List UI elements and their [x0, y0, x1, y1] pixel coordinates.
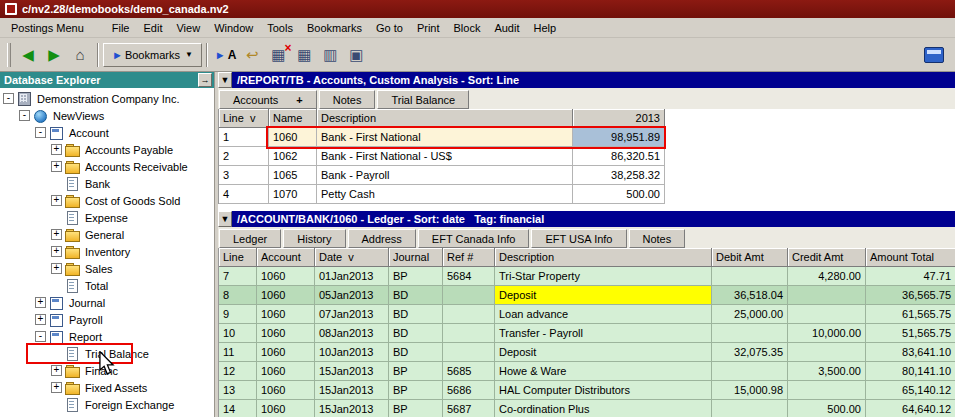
- tab[interactable]: Address: [348, 229, 416, 248]
- tree-item[interactable]: Expense: [0, 209, 214, 226]
- cell-line[interactable]: 2: [219, 147, 269, 166]
- tree-expander-icon[interactable]: +: [51, 263, 62, 274]
- tree-item[interactable]: + Sales: [0, 260, 214, 277]
- cell-account[interactable]: 1060: [257, 400, 315, 417]
- cell-ref[interactable]: 5686: [443, 381, 495, 400]
- cell-account[interactable]: 1060: [257, 381, 315, 400]
- window-icon[interactable]: [924, 47, 944, 63]
- tree-item[interactable]: + Payroll: [0, 311, 214, 328]
- cell-debit[interactable]: [712, 362, 788, 381]
- dock-arrow-button[interactable]: →: [198, 73, 212, 87]
- tab[interactable]: EFT USA Info: [531, 229, 626, 248]
- tree-expander-icon[interactable]: +: [51, 246, 62, 257]
- cell-description[interactable]: Tri-Star Property: [495, 267, 712, 286]
- cell-date[interactable]: 07Jan2013: [315, 305, 389, 324]
- home-button[interactable]: ⌂: [67, 42, 93, 68]
- cell-ref[interactable]: 5684: [443, 267, 495, 286]
- tree-expander-icon[interactable]: +: [51, 144, 62, 155]
- tree-expander-icon[interactable]: +: [51, 365, 62, 376]
- column-name[interactable]: Name: [269, 109, 317, 128]
- tree-expander-icon[interactable]: -: [35, 127, 46, 138]
- cell-line[interactable]: 12: [219, 362, 257, 381]
- cell-description[interactable]: Deposit: [495, 286, 712, 305]
- tree-item[interactable]: - Account: [0, 124, 214, 141]
- cell-debit[interactable]: [712, 400, 788, 417]
- tab[interactable]: History: [283, 229, 345, 248]
- cell-credit[interactable]: [788, 381, 866, 400]
- column-journal[interactable]: Journal: [389, 248, 443, 267]
- tree-item[interactable]: Total: [0, 277, 214, 294]
- cell-2013[interactable]: 38,258.32: [573, 166, 665, 185]
- tree-item[interactable]: + Fixed Assets: [0, 379, 214, 396]
- cascade-windows-button[interactable]: ▣: [343, 42, 369, 68]
- pane-menu-button[interactable]: ▼: [218, 72, 232, 88]
- cell-journal[interactable]: BD: [389, 305, 443, 324]
- table-view-button[interactable]: ▥: [317, 42, 343, 68]
- cell-credit[interactable]: 500.00: [788, 400, 866, 417]
- cell-description[interactable]: Petty Cash: [317, 185, 573, 204]
- cell-account[interactable]: 1060: [257, 324, 315, 343]
- undo-button[interactable]: ↩: [239, 42, 265, 68]
- tab[interactable]: Trial Balance: [377, 90, 469, 109]
- cell-debit[interactable]: [712, 267, 788, 286]
- cell-credit[interactable]: 3,500.00: [788, 362, 866, 381]
- ledger-row[interactable]: 7 1060 01Jan2013 BP 5684 Tri-Star Proper…: [219, 267, 955, 286]
- menu-item[interactable]: Block: [447, 20, 488, 36]
- cell-date[interactable]: 01Jan2013: [315, 267, 389, 286]
- column-date[interactable]: Date v: [315, 248, 389, 267]
- cell-debit[interactable]: [712, 324, 788, 343]
- tree-item[interactable]: - NewViews: [0, 107, 214, 124]
- cell-credit[interactable]: [788, 305, 866, 324]
- tree-item[interactable]: + Accounts Payable: [0, 141, 214, 158]
- cell-ref[interactable]: [443, 343, 495, 362]
- cell-description[interactable]: Co-ordination Plus: [495, 400, 712, 417]
- tree-expander-icon[interactable]: +: [35, 314, 46, 325]
- tree-expander-icon[interactable]: +: [51, 382, 62, 393]
- tree-expander-icon[interactable]: -: [35, 331, 46, 342]
- column-ref[interactable]: Ref #: [443, 248, 495, 267]
- cell-journal[interactable]: BP: [389, 267, 443, 286]
- cell-date[interactable]: 05Jan2013: [315, 286, 389, 305]
- cell-line[interactable]: 10: [219, 324, 257, 343]
- tree-expander-icon[interactable]: +: [51, 229, 62, 240]
- tab[interactable]: Ledger: [219, 229, 281, 248]
- ledger-row[interactable]: 10 1060 08Jan2013 BD Transfer - Payroll …: [219, 324, 955, 343]
- cell-amount-total[interactable]: 61,565.75: [866, 305, 955, 324]
- ledger-row[interactable]: 12 1060 15Jan2013 BP 5685 Howe & Ware 3,…: [219, 362, 955, 381]
- cell-2013[interactable]: 500.00: [573, 185, 665, 204]
- column-description[interactable]: Description: [495, 248, 712, 267]
- column-2013[interactable]: 2013: [573, 109, 665, 128]
- cell-description[interactable]: Bank - First National: [317, 128, 573, 147]
- tree-item[interactable]: + Inventory: [0, 243, 214, 260]
- cell-line[interactable]: 8: [219, 286, 257, 305]
- cell-ref[interactable]: [443, 286, 495, 305]
- cell-amount-total[interactable]: 64,640.12: [866, 400, 955, 417]
- menu-item[interactable]: Window: [207, 20, 260, 36]
- tree-expander-icon[interactable]: -: [3, 93, 14, 104]
- tree-expander-icon[interactable]: +: [51, 161, 62, 172]
- cell-line[interactable]: 1: [219, 128, 269, 147]
- cell-2013[interactable]: 86,320.51: [573, 147, 665, 166]
- cell-debit[interactable]: 15,000.98: [712, 381, 788, 400]
- cell-debit[interactable]: 32,075.35: [712, 343, 788, 362]
- cell-debit[interactable]: 25,000.00: [712, 305, 788, 324]
- ledger-row[interactable]: 11 1060 10Jan2013 BD Deposit 32,075.35 8…: [219, 343, 955, 362]
- cell-amount-total[interactable]: 83,641.10: [866, 343, 955, 362]
- cell-line[interactable]: 4: [219, 185, 269, 204]
- cell-account[interactable]: 1060: [257, 343, 315, 362]
- cell-date[interactable]: 15Jan2013: [315, 400, 389, 417]
- tab[interactable]: Accounts +: [219, 90, 317, 109]
- column-account[interactable]: Account: [257, 248, 315, 267]
- cell-credit[interactable]: [788, 343, 866, 362]
- column-line[interactable]: Line: [219, 248, 257, 267]
- calculator-delete-button[interactable]: ▦ ×: [265, 42, 291, 68]
- tree-item[interactable]: Bank: [0, 175, 214, 192]
- cell-account[interactable]: 1060: [257, 286, 315, 305]
- calculator-button[interactable]: ▦: [291, 42, 317, 68]
- cell-description[interactable]: HAL Computer Distributors: [495, 381, 712, 400]
- menu-item[interactable]: Bookmarks: [300, 20, 369, 36]
- cell-credit[interactable]: 4,280.00: [788, 267, 866, 286]
- cell-account[interactable]: 1060: [257, 362, 315, 381]
- tree-expander-icon[interactable]: -: [19, 110, 30, 121]
- cell-line[interactable]: 13: [219, 381, 257, 400]
